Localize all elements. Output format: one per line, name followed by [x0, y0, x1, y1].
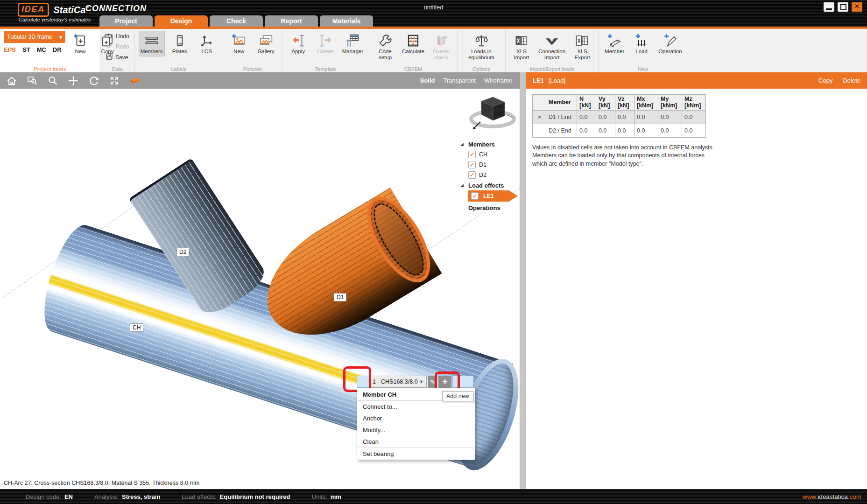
row-selector[interactable]: > — [533, 110, 546, 124]
copy-load-button[interactable]: Copy — [818, 77, 832, 84]
ideastatica-link[interactable]: www.ideastatica.com — [803, 493, 867, 500]
menu-item-anchor[interactable]: Anchor — [357, 413, 475, 424]
status-design-code: Design code: EN — [26, 493, 73, 500]
3d-viewport[interactable]: D2 D1 CH ◢ Members ✓ CH ✓ D1 ✓ D2 — [0, 89, 520, 489]
mode-wireframe[interactable]: Wireframe — [484, 77, 512, 84]
new-project-button[interactable]: New — [68, 31, 92, 56]
panel-splitter[interactable] — [520, 72, 526, 489]
close-button[interactable]: ✕ — [852, 2, 862, 12]
mode-transparent[interactable]: Transparent — [443, 77, 476, 84]
labels-plates-toggle[interactable]: Plates — [168, 31, 192, 56]
tree-item-le1-selected[interactable]: ✓ LE1 — [468, 190, 518, 202]
vz-value-cell[interactable]: 0.0 — [615, 110, 634, 124]
my-value-cell[interactable]: 0.0 — [658, 110, 682, 124]
home-view-button[interactable] — [6, 75, 18, 87]
tree-item-d2[interactable]: ✓ D2 — [468, 170, 519, 180]
create-template-icon — [318, 33, 332, 49]
vz-value-cell[interactable]: 0.0 — [615, 124, 634, 137]
table-row[interactable]: > D1 / End 0.0 0.0 0.0 0.0 0.0 0.0 — [533, 110, 706, 124]
maximize-button[interactable] — [838, 2, 848, 12]
xls-import-button[interactable]: XLS Import — [509, 31, 534, 63]
tree-load-effects-header[interactable]: ◢ Load effects — [460, 180, 519, 190]
le1-checkbox[interactable]: ✓ — [471, 192, 479, 200]
labels-lcs-toggle[interactable]: LCS — [195, 31, 219, 56]
loads-in-equilibrium-toggle[interactable]: Loads in equilibrium — [461, 31, 501, 63]
vy-value-cell[interactable]: 0.0 — [596, 124, 615, 137]
picture-new-icon — [232, 33, 247, 49]
undo-button[interactable]: Undo — [104, 32, 131, 41]
mx-value-cell[interactable]: 0.0 — [634, 124, 658, 137]
code-setup-button[interactable]: Code setup — [373, 31, 397, 63]
tree-item-ch[interactable]: ✓ CH — [468, 149, 519, 160]
code-eps[interactable]: EPS — [4, 46, 16, 53]
redo-button[interactable]: Redo — [104, 42, 131, 51]
code-dr[interactable]: DR — [53, 46, 62, 53]
mz-value-cell[interactable]: 0.0 — [682, 110, 706, 124]
save-button[interactable]: Save — [104, 52, 131, 62]
collapse-triangle-icon[interactable]: ◢ — [460, 142, 465, 147]
load-effects-section-label: Load effects — [468, 182, 504, 189]
my-value-cell[interactable]: 0.0 — [658, 124, 682, 137]
navigation-cube[interactable] — [465, 91, 520, 134]
new-load-button[interactable]: Load — [629, 31, 654, 56]
minimize-button[interactable] — [824, 2, 834, 12]
d2-item-label[interactable]: D2 — [479, 172, 486, 178]
gallery-button[interactable]: Gallery — [254, 31, 278, 56]
delete-load-button[interactable]: Delete — [843, 77, 860, 84]
template-apply-button[interactable]: Apply — [286, 31, 310, 56]
tree-operations-header[interactable]: Operations — [460, 203, 519, 213]
new-operation-button[interactable]: Operation — [656, 31, 684, 56]
vy-value-cell[interactable]: 0.0 — [596, 110, 615, 124]
menu-item-modify[interactable]: Modify... — [357, 424, 475, 436]
tab-materials[interactable]: Materials — [320, 15, 373, 27]
picture-new-button[interactable]: New — [227, 31, 251, 56]
solid-member-view-icon[interactable] — [129, 75, 141, 87]
tab-check[interactable]: Check — [210, 15, 263, 27]
zoom-window-button[interactable] — [26, 75, 38, 87]
n-header-unit: [kN] — [579, 102, 591, 109]
tree-item-d1[interactable]: ✓ D1 — [468, 160, 519, 170]
tab-report[interactable]: Report — [265, 15, 318, 27]
n-value-cell[interactable]: 0.0 — [577, 110, 596, 124]
mode-solid[interactable]: Solid — [420, 77, 435, 84]
tree-members-header[interactable]: ◢ Members — [460, 139, 519, 149]
cross-section-dropdown[interactable]: 1 - CHS168.3/8.0 ▼ — [369, 376, 427, 388]
menu-item-clean[interactable]: Clean — [357, 436, 475, 448]
n-value-cell[interactable]: 0.0 — [577, 124, 596, 137]
overall-check-button[interactable]: Overall check — [429, 31, 453, 63]
project-type-dropdown[interactable]: Tubular 3D frame ▾ — [4, 31, 65, 43]
collapse-triangle-icon[interactable]: ◢ — [460, 183, 465, 188]
d2-checkbox[interactable]: ✓ — [468, 171, 476, 179]
menu-item-connect-to[interactable]: Connect to... — [357, 401, 475, 413]
add-new-tooltip: Add new — [442, 391, 473, 401]
mx-value-cell[interactable]: 0.0 — [634, 110, 658, 124]
tab-design[interactable]: Design — [155, 15, 208, 27]
template-manager-button[interactable]: Manager — [340, 31, 365, 56]
zoom-fit-button[interactable] — [108, 75, 120, 87]
load-panel-header: LE1 [Load] Copy Delete — [526, 72, 867, 89]
d1-item-label[interactable]: D1 — [479, 161, 486, 168]
code-mc[interactable]: MC — [37, 46, 46, 53]
labels-members-toggle[interactable]: Members — [139, 31, 165, 56]
xls-export-button[interactable]: XLS Export — [570, 31, 594, 63]
d1-checkbox[interactable]: ✓ — [468, 161, 476, 168]
zoom-button[interactable] — [47, 75, 59, 87]
menu-item-set-bearing[interactable]: Set bearing — [357, 448, 475, 460]
template-create-button[interactable]: Create — [313, 31, 338, 56]
check-icon: ✓ — [470, 172, 474, 178]
row-selector[interactable] — [533, 124, 546, 137]
code-setup-label: Code setup — [379, 49, 392, 61]
rotate-view-button[interactable] — [88, 75, 100, 87]
le1-item-label[interactable]: LE1 — [483, 193, 494, 199]
calculate-button[interactable]: Calculate — [400, 31, 426, 56]
tab-project[interactable]: Project — [99, 15, 153, 27]
pan-button[interactable] — [67, 75, 79, 87]
new-member-button[interactable]: Member — [602, 31, 627, 56]
mz-value-cell[interactable]: 0.0 — [682, 124, 706, 137]
table-row[interactable]: D2 / End 0.0 0.0 0.0 0.0 0.0 0.0 — [533, 124, 706, 137]
ch-item-label[interactable]: CH — [479, 151, 487, 158]
operations-section-label: Operations — [468, 204, 500, 211]
connection-import-button[interactable]: Connection Import — [536, 31, 567, 63]
code-st[interactable]: ST — [22, 46, 30, 53]
ch-checkbox[interactable]: ✓ — [468, 151, 476, 158]
